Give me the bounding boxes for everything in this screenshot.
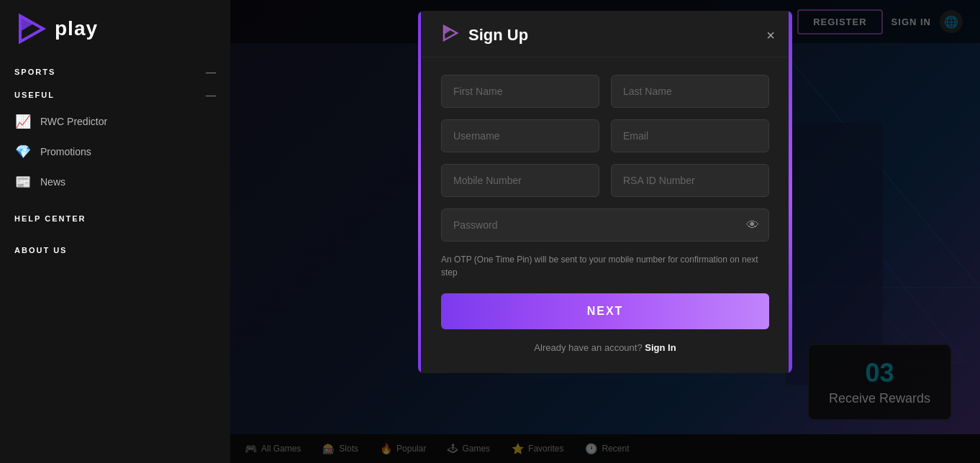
username-email-row — [441, 119, 769, 152]
modal-close-button[interactable]: × — [766, 28, 775, 42]
first-name-input[interactable] — [441, 75, 599, 108]
news-label: News — [40, 176, 65, 188]
next-button[interactable]: NEXT — [441, 293, 769, 329]
useful-dash: — — [206, 89, 216, 101]
about-section: ABOUT US — [0, 240, 230, 260]
rsa-id-input[interactable] — [611, 164, 769, 197]
mobile-input[interactable] — [441, 164, 599, 197]
email-input[interactable] — [611, 119, 769, 152]
modal-header: Sign Up × — [418, 11, 792, 58]
sidebar: play SPORTS — USEFUL — 📈 RWC Predictor 💎… — [0, 0, 230, 463]
password-toggle-icon[interactable]: 👁 — [746, 218, 759, 233]
sidebar-item-promotions[interactable]: 💎 Promotions — [0, 137, 230, 167]
modal-scrollbar[interactable] — [789, 11, 792, 373]
logo-icon — [14, 12, 49, 46]
username-input[interactable] — [441, 119, 599, 152]
svg-marker-1 — [20, 16, 35, 32]
sports-section: SPORTS — — [0, 60, 230, 83]
mobile-rsa-row — [441, 164, 769, 197]
news-icon: 📰 — [14, 174, 32, 190]
sidebar-item-rwc[interactable]: 📈 RWC Predictor — [0, 106, 230, 137]
help-label: HELP CENTER — [14, 214, 86, 223]
already-account-text: Already have an account? — [534, 342, 642, 353]
useful-label: USEFUL — [14, 91, 55, 99]
rwc-label: RWC Predictor — [40, 116, 107, 127]
promotions-icon: 💎 — [14, 144, 32, 160]
logo: play — [0, 12, 230, 60]
password-input[interactable] — [441, 208, 769, 242]
name-row — [441, 75, 769, 108]
modal-title-group: Sign Up — [441, 24, 528, 47]
modal-title: Sign Up — [468, 26, 528, 45]
sidebar-item-news[interactable]: 📰 News — [0, 167, 230, 197]
useful-section: USEFUL — — [0, 83, 230, 106]
modal-logo-icon — [441, 24, 460, 47]
password-wrapper: 👁 — [441, 208, 769, 242]
signin-link[interactable]: Sign In — [645, 342, 676, 353]
sports-label: SPORTS — [14, 68, 55, 76]
modal-body: 👁 An OTP (One Time Pin) will be sent to … — [418, 58, 792, 373]
sports-dash: — — [206, 66, 216, 78]
signup-modal: Sign Up × — [418, 11, 792, 373]
about-label: ABOUT US — [14, 246, 67, 255]
otp-note: An OTP (One Time Pin) will be sent to yo… — [441, 253, 769, 279]
logo-text: play — [55, 17, 98, 40]
page-background: play SPORTS — USEFUL — 📈 RWC Predictor 💎… — [0, 0, 980, 463]
promotions-label: Promotions — [40, 146, 91, 157]
rwc-icon: 📈 — [14, 114, 32, 129]
main-content: REGISTER SIGN IN 🌐 03 Receive Rewards — [230, 0, 980, 463]
help-section: HELP CENTER — [0, 208, 230, 229]
signin-prompt: Already have an account? Sign In — [441, 342, 769, 353]
last-name-input[interactable] — [611, 75, 769, 108]
